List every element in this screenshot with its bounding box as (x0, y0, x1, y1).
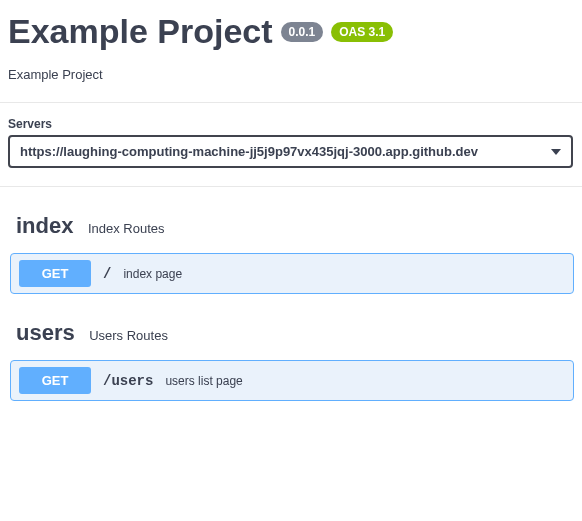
operation-summary: users list page (165, 374, 242, 388)
tag-description: Index Routes (88, 221, 165, 236)
operation-row[interactable]: GET /users users list page (10, 360, 574, 401)
tag-section-users: users Users Routes GET /users users list… (0, 294, 582, 401)
version-badge: 0.0.1 (281, 22, 324, 42)
servers-section: Servers https://laughing-computing-machi… (0, 103, 582, 187)
tag-description: Users Routes (89, 328, 168, 343)
api-title: Example Project (8, 12, 273, 51)
tag-header[interactable]: users Users Routes (16, 320, 574, 346)
api-header: Example Project 0.0.1 OAS 3.1 Example Pr… (0, 0, 582, 103)
tag-name: index (16, 213, 73, 238)
api-description: Example Project (8, 67, 574, 82)
method-badge-get: GET (19, 367, 91, 394)
operation-row[interactable]: GET / index page (10, 253, 574, 294)
title-row: Example Project 0.0.1 OAS 3.1 (8, 12, 574, 51)
servers-label: Servers (8, 117, 574, 131)
operation-path: / (103, 266, 111, 282)
operation-summary: index page (123, 267, 182, 281)
tag-section-index: index Index Routes GET / index page (0, 187, 582, 294)
tag-header[interactable]: index Index Routes (16, 213, 574, 239)
oas-badge: OAS 3.1 (331, 22, 393, 42)
server-select-wrap: https://laughing-computing-machine-jj5j9… (8, 135, 573, 168)
server-select[interactable]: https://laughing-computing-machine-jj5j9… (8, 135, 573, 168)
operation-path: /users (103, 373, 153, 389)
tag-name: users (16, 320, 75, 345)
method-badge-get: GET (19, 260, 91, 287)
